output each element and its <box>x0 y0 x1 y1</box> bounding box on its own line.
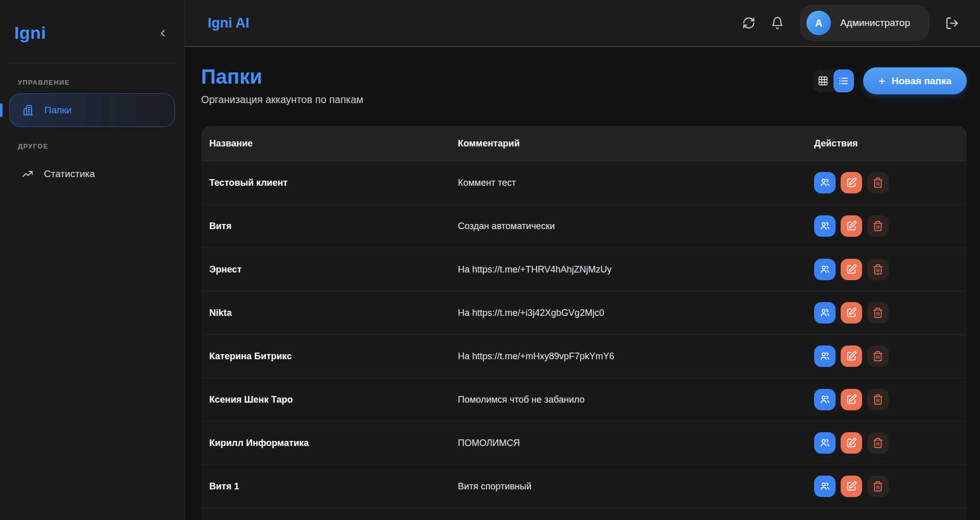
page-head: Папки Организация аккаунтов по папкам <box>201 65 967 106</box>
refresh-icon <box>742 16 755 30</box>
folder-delete-button[interactable] <box>867 302 889 324</box>
sidebar-section-management: УПРАВЛЕНИЕ <box>18 79 175 86</box>
folder-edit-button[interactable] <box>841 215 862 237</box>
folder-edit-button[interactable] <box>841 259 862 280</box>
folder-name: Ксения Шенк Таро <box>209 394 458 405</box>
header-title: Igni AI <box>208 15 250 31</box>
refresh-button[interactable] <box>740 14 757 32</box>
folder-comment: На https://t.me/+THRV4hAhjZNjMzUy <box>458 264 814 275</box>
trash-icon <box>872 177 884 188</box>
users-icon <box>819 394 830 405</box>
folder-accounts-button[interactable] <box>814 389 836 410</box>
users-icon <box>819 177 830 188</box>
sidebar-item-folders[interactable]: Папки <box>9 93 175 127</box>
folder-edit-button[interactable] <box>841 345 862 367</box>
trash-icon <box>872 394 884 405</box>
page-subtitle: Организация аккаунтов по папкам <box>201 94 363 106</box>
folder-delete-button[interactable] <box>867 215 889 237</box>
sidebar-collapse-button[interactable] <box>154 24 172 42</box>
folder-name: Витя <box>209 221 458 232</box>
logout-button[interactable] <box>943 14 961 32</box>
trash-icon <box>872 264 884 275</box>
grid-view-button[interactable] <box>813 69 834 92</box>
main-content: Папки Организация аккаунтов по папкам <box>185 47 980 520</box>
folder-accounts-button[interactable] <box>814 345 836 367</box>
folder-name: Тестовый клиент <box>209 178 458 188</box>
folders-table: Название Комментарий Действия Тестовый к… <box>201 126 967 520</box>
table-row: Ксения Шенк Таро Помолимся чтоб не забан… <box>201 378 967 421</box>
edit-icon <box>846 394 857 405</box>
row-actions <box>814 476 959 497</box>
table-row: Эрнест На https://t.me/+THRV4hAhjZNjMzUy <box>201 247 967 291</box>
folder-accounts-button[interactable] <box>814 259 836 280</box>
list-icon <box>838 76 849 86</box>
folder-delete-button[interactable] <box>867 476 889 497</box>
sidebar-section-other: ДРУГОЕ <box>18 142 175 150</box>
page-controls: + Новая папка <box>813 67 967 94</box>
column-header-comment: Комментарий <box>458 138 814 149</box>
avatar: A <box>806 11 831 35</box>
folder-accounts-button[interactable] <box>814 432 836 454</box>
table-row: Витя 1 Витя спортивный <box>201 464 967 508</box>
app-logo: Igni <box>14 23 46 43</box>
notifications-button[interactable] <box>769 14 786 32</box>
folder-comment: Помолимся чтоб не забанило <box>458 394 814 405</box>
edit-icon <box>846 220 857 232</box>
folder-edit-button[interactable] <box>841 389 862 410</box>
building-icon <box>22 104 34 116</box>
row-actions <box>814 432 959 454</box>
users-icon <box>819 351 830 362</box>
user-menu-chip[interactable]: A Администратор <box>800 5 929 41</box>
edit-icon <box>846 177 857 188</box>
list-view-button[interactable] <box>834 69 854 92</box>
folder-edit-button[interactable] <box>841 302 862 324</box>
users-icon <box>819 220 830 232</box>
header-actions: A Администратор <box>740 5 961 41</box>
folder-delete-button[interactable] <box>867 172 889 193</box>
top-header: Igni AI A Администратор <box>185 0 980 47</box>
table-row: Тестовый клиент Коммент тест <box>201 161 967 204</box>
column-header-actions: Действия <box>814 138 959 149</box>
edit-icon <box>846 481 857 492</box>
trash-icon <box>872 307 884 318</box>
folder-delete-button[interactable] <box>867 432 889 454</box>
folder-comment: Создан автоматически <box>458 221 814 232</box>
folder-name: Эрнест <box>209 264 458 275</box>
users-icon <box>819 437 830 449</box>
table-body: Тестовый клиент Коммент тест <box>201 161 967 520</box>
sidebar-item-statistics[interactable]: Статистика <box>9 157 175 191</box>
new-folder-label: Новая папка <box>892 76 951 87</box>
plus-icon: + <box>878 74 886 88</box>
folder-delete-button[interactable] <box>867 389 889 410</box>
row-actions <box>814 345 959 367</box>
sidebar-item-label: Статистика <box>44 168 95 180</box>
view-mode-toggle <box>813 69 854 92</box>
new-folder-button[interactable]: + Новая папка <box>863 67 967 94</box>
bell-icon <box>771 16 784 30</box>
folder-delete-button[interactable] <box>867 345 889 367</box>
users-icon <box>819 481 830 492</box>
folder-accounts-button[interactable] <box>814 172 836 193</box>
folder-accounts-button[interactable] <box>814 302 836 324</box>
edit-icon <box>846 307 857 318</box>
folder-accounts-button[interactable] <box>814 215 836 237</box>
edit-icon <box>846 351 857 362</box>
active-indicator-bar <box>0 104 3 117</box>
edit-icon <box>846 437 857 449</box>
trash-icon <box>872 437 884 449</box>
sidebar-item-label: Папки <box>44 105 71 116</box>
table-row: Кирилл Информатика ПОМОЛИМСЯ <box>201 421 967 464</box>
folder-accounts-button[interactable] <box>814 476 836 497</box>
sidebar-logo-row: Igni <box>9 0 175 63</box>
folder-name: Катерина Битрикс <box>209 351 458 362</box>
folder-edit-button[interactable] <box>841 432 862 454</box>
folder-comment: Коммент тест <box>458 178 814 188</box>
folder-comment: На https://t.me/+mHxy89vpF7pkYmY6 <box>458 351 814 362</box>
folder-edit-button[interactable] <box>841 476 862 497</box>
folder-edit-button[interactable] <box>841 172 862 193</box>
edit-icon <box>846 264 857 275</box>
table-row: Витя Создан автоматически <box>201 204 967 247</box>
folder-delete-button[interactable] <box>867 259 889 280</box>
folder-name: Nikta <box>209 308 458 318</box>
row-actions <box>814 302 959 324</box>
